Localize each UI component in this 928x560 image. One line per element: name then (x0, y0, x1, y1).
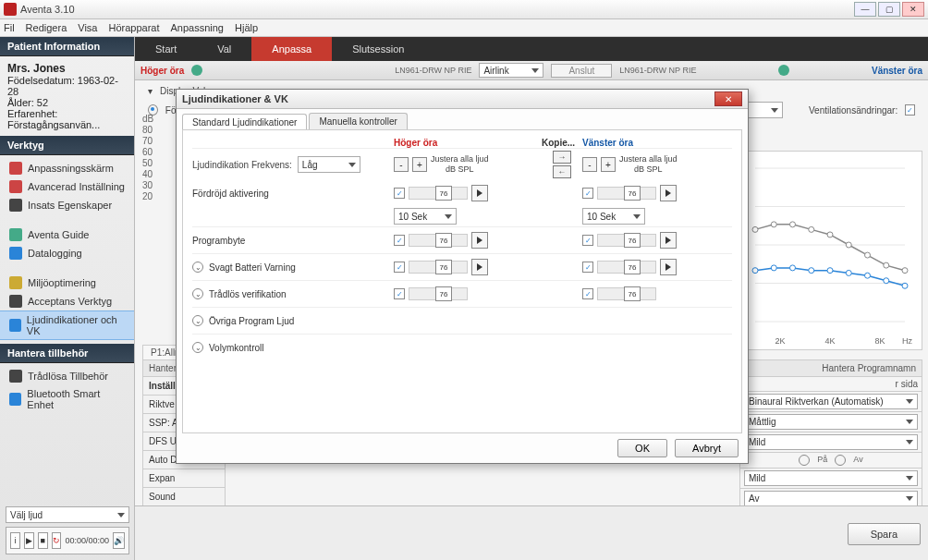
chk-gain80[interactable] (467, 104, 477, 116)
tab-anpassa[interactable]: Anpassa (251, 37, 332, 61)
svg-text:2K: 2K (775, 336, 785, 346)
tab-val[interactable]: Val (197, 37, 251, 61)
target-pct-select[interactable]: 100 (720, 102, 783, 118)
svg-point-20 (865, 273, 871, 278)
stop-button[interactable]: ■ (38, 532, 48, 549)
age-label: Ålder: (7, 97, 34, 108)
sidebar-item[interactable]: Acceptans Verktyg (0, 292, 134, 310)
right-ear-sn: LN961-DRW NP RIE (395, 66, 471, 75)
sidebar-item[interactable]: Insats Egenskaper (0, 196, 134, 214)
menu-view[interactable]: Visa (78, 22, 97, 33)
menu-edit[interactable]: Redigera (26, 22, 67, 33)
right-ear-status-icon (191, 65, 202, 76)
right-ear-label: Höger öra (140, 66, 184, 76)
chk-gain50[interactable] (432, 104, 442, 116)
connect-button[interactable]: Anslut (551, 64, 612, 78)
program-select[interactable]: Mild (744, 434, 918, 450)
menubar: Fil Redigera Visa Hörapparat Anpassning … (0, 19, 928, 37)
sidebar-item-label: Insats Egenskaper (28, 200, 112, 211)
sidebar-item[interactable]: Anpassningsskärm (0, 159, 134, 177)
tab-start[interactable]: Start (135, 37, 197, 61)
svg-point-15 (771, 265, 776, 271)
sidebar-item-label: Bluetooth Smart Enhet (27, 388, 125, 410)
program-panel-head: Hantera Programnamn (739, 359, 922, 377)
menu-device[interactable]: Hörapparat (108, 22, 159, 33)
svg-point-17 (809, 268, 814, 274)
response-chart-right: 2K4K8KHz (738, 151, 922, 350)
tab-slutsession[interactable]: Slutsession (332, 37, 424, 61)
settings-row[interactable]: Inställni (142, 377, 226, 396)
close-button[interactable]: ✕ (902, 2, 924, 17)
sidebar-item[interactable]: Trådlösa Tillbehör (0, 367, 134, 385)
window-titlebar: Aventa 3.10 — ▢ ✕ (0, 0, 928, 19)
settings-row[interactable]: DFS U (142, 432, 226, 451)
settings-row[interactable]: Riktve (142, 396, 226, 414)
svg-point-8 (809, 226, 814, 232)
radio-off[interactable] (835, 455, 846, 466)
menu-help[interactable]: Hjälp (235, 22, 258, 33)
audio-select[interactable]: Välj ljud (6, 506, 129, 523)
svg-point-10 (846, 242, 851, 248)
volume-button[interactable]: 🔊 (113, 532, 125, 549)
content-area: ▾Display Val Förstärkning Utnivå Förstär… (135, 80, 928, 560)
chk-vent[interactable] (905, 104, 915, 116)
sidebar-item-label: Avancerad Inställning (28, 181, 125, 192)
minimize-button[interactable]: — (854, 2, 876, 17)
program-select[interactable]: Av (744, 491, 918, 506)
acc-list: Trådlösa TillbehörBluetooth Smart Enhet (0, 363, 134, 417)
sidebar-item-label: Aventa Guide (28, 229, 89, 240)
menu-fitting[interactable]: Anpassning (171, 22, 225, 33)
program-row: Binaural Riktverkan (Automatisk) (739, 392, 922, 412)
settings-row[interactable]: Auto D (142, 451, 226, 469)
settings-row[interactable]: Expan (142, 469, 226, 488)
exp-label: Erfarenhet: (7, 108, 57, 119)
tool-icon (9, 295, 22, 308)
maximize-button[interactable]: ▢ (878, 2, 900, 17)
program-select[interactable]: Måttlig (744, 414, 918, 430)
radio-on[interactable] (799, 455, 810, 466)
svg-text:8K: 8K (874, 336, 885, 346)
svg-text:4K: 4K (824, 336, 835, 346)
sidebar: Patient Information Mrs. Jones Födelseda… (0, 37, 135, 560)
loop-button[interactable]: ↻ (52, 532, 62, 549)
link-select[interactable]: Airlink (479, 63, 543, 78)
tool-icon (9, 370, 22, 383)
program-select[interactable]: Mild (744, 470, 918, 486)
program-tab[interactable]: P1:Allro (142, 345, 191, 360)
bottom-bar: Spara (135, 505, 928, 560)
tool-icon (9, 199, 22, 212)
svg-point-16 (790, 265, 796, 271)
program-row: Mild (739, 469, 922, 489)
sidebar-item[interactable]: Aventa Guide (0, 225, 134, 244)
sidebar-item[interactable]: Datalogging (0, 244, 134, 262)
left-ear-sn: LN961-DRW NP RIE (619, 66, 696, 75)
save-button[interactable]: Spara (848, 523, 921, 545)
svg-point-21 (884, 278, 889, 284)
program-row: Mild (739, 432, 922, 453)
display-head[interactable]: Display Val (160, 86, 205, 96)
main-area: Start Val Anpassa Slutsession Höger öra … (135, 37, 928, 560)
info-button[interactable]: i (10, 532, 20, 549)
sidebar-item-label: Trådlösa Tillbehör (28, 371, 108, 382)
sidebar-item[interactable]: Miljöoptimering (0, 274, 134, 292)
sidebar-item-label: Ljudindikationer och VK (27, 314, 125, 336)
sidebar-item[interactable]: Avancerad Inställning (0, 177, 134, 196)
tool-icon (9, 247, 22, 260)
sidebar-item[interactable]: Bluetooth Smart Enhet (0, 385, 134, 413)
audio-player: Välj ljud i ▶ ■ ↻ 00:00/00:00 🔊 (6, 506, 129, 554)
menu-file[interactable]: Fil (4, 22, 15, 33)
settings-row[interactable]: SSP: A (142, 414, 226, 432)
window-title: Aventa 3.10 (20, 4, 854, 15)
sidebar-item[interactable]: Ljudindikationer och VK (0, 310, 134, 340)
program-select[interactable]: Binaural Riktverkan (Automatisk) (744, 394, 918, 409)
program-row: På Av (739, 453, 922, 469)
chk-target50[interactable] (570, 104, 580, 116)
radio-output[interactable] (233, 104, 243, 116)
play-button[interactable]: ▶ (24, 532, 34, 549)
svg-text:Hz: Hz (902, 336, 912, 346)
tool-icon (9, 180, 22, 193)
svg-point-13 (902, 268, 908, 274)
chk-target80[interactable] (605, 104, 616, 116)
tools-list: AnpassningsskärmAvancerad InställningIns… (0, 155, 134, 344)
settings-row[interactable]: Sound (142, 488, 226, 506)
